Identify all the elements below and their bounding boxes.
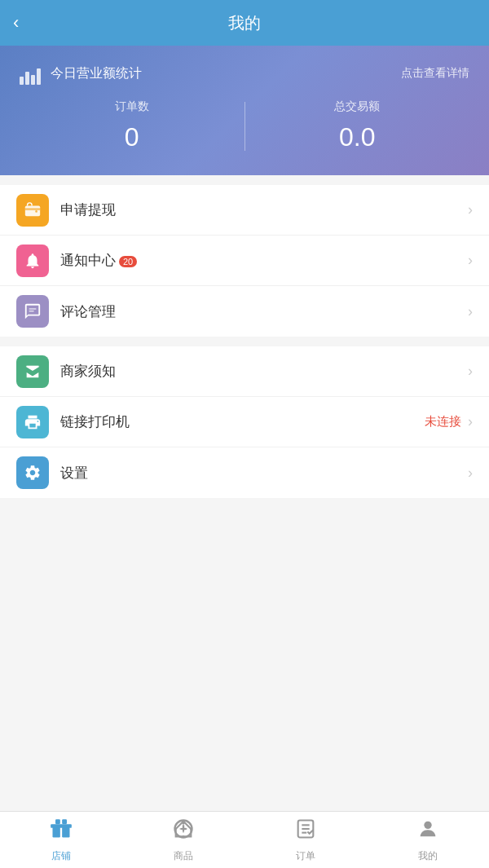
printer-label: 链接打印机 bbox=[60, 412, 425, 431]
printer-icon-wrapper bbox=[16, 406, 49, 438]
mine-nav-icon bbox=[416, 817, 439, 846]
spacer bbox=[0, 498, 489, 811]
store-nav-icon bbox=[50, 817, 73, 846]
svg-rect-9 bbox=[51, 824, 72, 828]
notification-label: 通知中心20 bbox=[60, 251, 465, 270]
comments-icon-wrapper bbox=[16, 295, 49, 328]
nav-item-products[interactable]: 商品 bbox=[122, 812, 244, 868]
total-amount-value: 0.0 bbox=[339, 122, 375, 152]
printer-chevron: › bbox=[468, 413, 473, 430]
withdraw-label: 申请提现 bbox=[60, 200, 465, 219]
comments-chevron: › bbox=[468, 303, 473, 320]
store-nav-label: 店铺 bbox=[51, 849, 71, 863]
svg-rect-5 bbox=[29, 311, 33, 311]
nav-item-mine[interactable]: 我的 bbox=[367, 812, 489, 868]
svg-rect-7 bbox=[53, 826, 60, 837]
svg-rect-1 bbox=[25, 208, 40, 210]
withdraw-chevron: › bbox=[468, 201, 473, 218]
settings-label: 设置 bbox=[60, 464, 465, 482]
settings-icon-wrapper bbox=[16, 456, 49, 489]
chart-icon bbox=[20, 62, 42, 85]
nav-item-store[interactable]: 店铺 bbox=[0, 812, 122, 868]
stats-detail-link[interactable]: 点击查看详情 bbox=[401, 66, 469, 81]
menu-group-1: 申请提现 › 通知中心20 › 评论管理 › bbox=[0, 185, 489, 337]
page-title: 我的 bbox=[228, 12, 261, 34]
svg-point-2 bbox=[35, 210, 37, 213]
settings-chevron: › bbox=[468, 465, 473, 482]
total-amount-label: 总交易额 bbox=[334, 99, 380, 114]
withdraw-icon-wrapper bbox=[16, 194, 49, 227]
stats-amount-col: 总交易额 0.0 bbox=[245, 99, 470, 152]
menu-item-withdraw[interactable]: 申请提现 › bbox=[0, 185, 489, 236]
menu-item-notification[interactable]: 通知中心20 › bbox=[0, 236, 489, 286]
comment-icon bbox=[24, 302, 42, 320]
stats-title-group: 今日营业额统计 bbox=[20, 62, 142, 85]
svg-rect-6 bbox=[26, 365, 40, 367]
menu-group-2: 商家须知 › 链接打印机 未连接 › 设置 › bbox=[0, 346, 489, 498]
stats-row: 订单数 0 总交易额 0.0 bbox=[20, 99, 469, 152]
bell-icon bbox=[24, 252, 42, 270]
products-nav-label: 商品 bbox=[174, 849, 193, 863]
order-count-value: 0 bbox=[125, 122, 139, 152]
stats-header: 今日营业额统计 点击查看详情 bbox=[20, 62, 469, 85]
wallet-icon bbox=[24, 201, 42, 219]
menu-item-printer[interactable]: 链接打印机 未连接 › bbox=[0, 397, 489, 447]
comments-label: 评论管理 bbox=[60, 302, 465, 321]
svg-rect-8 bbox=[62, 826, 69, 837]
gear-icon bbox=[24, 464, 42, 482]
merchant-notice-chevron: › bbox=[468, 363, 473, 380]
notification-chevron: › bbox=[468, 252, 473, 269]
svg-rect-4 bbox=[29, 308, 36, 309]
back-button[interactable]: ‹ bbox=[13, 12, 19, 33]
merchant-notice-icon-wrapper bbox=[16, 355, 49, 388]
menu-item-settings[interactable]: 设置 › bbox=[0, 447, 489, 498]
stats-order-col: 订单数 0 bbox=[20, 99, 244, 152]
svg-rect-11 bbox=[62, 819, 67, 824]
mine-nav-label: 我的 bbox=[418, 849, 438, 863]
nav-item-orders[interactable]: 订单 bbox=[244, 812, 367, 868]
orders-nav-label: 订单 bbox=[296, 849, 315, 863]
store-icon bbox=[24, 363, 42, 381]
order-count-label: 订单数 bbox=[115, 99, 149, 114]
svg-rect-10 bbox=[55, 819, 60, 824]
merchant-notice-label: 商家须知 bbox=[60, 362, 465, 381]
menu-item-comments[interactable]: 评论管理 › bbox=[0, 286, 489, 337]
products-nav-icon bbox=[172, 817, 195, 846]
svg-point-22 bbox=[424, 821, 431, 828]
notification-badge: 20 bbox=[119, 256, 137, 267]
printer-status: 未连接 bbox=[425, 414, 461, 430]
orders-nav-icon bbox=[294, 817, 317, 846]
stats-title: 今日营业额统计 bbox=[51, 65, 142, 82]
bottom-nav: 店铺 商品 bbox=[0, 811, 489, 868]
printer-icon bbox=[24, 413, 42, 431]
svg-rect-0 bbox=[25, 205, 40, 216]
header: ‹ 我的 bbox=[0, 0, 489, 46]
menu-item-merchant-notice[interactable]: 商家须知 › bbox=[0, 346, 489, 397]
stats-banner: 今日营业额统计 点击查看详情 订单数 0 总交易额 0.0 bbox=[0, 46, 489, 175]
notification-icon-wrapper bbox=[16, 245, 49, 277]
